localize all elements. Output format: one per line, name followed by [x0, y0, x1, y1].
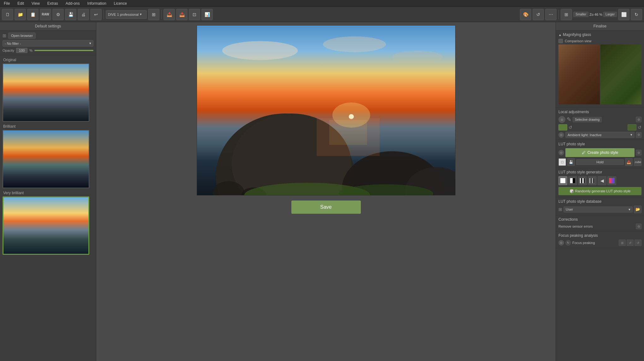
mag-right-panel	[600, 44, 642, 104]
very-brilliant-thumb[interactable]	[3, 196, 89, 255]
comparison-checkbox[interactable]	[558, 39, 563, 43]
lut-white-btn[interactable]: □	[558, 158, 566, 166]
menu-licence[interactable]: Licence	[113, 1, 128, 6]
lut-gen-title: LUT photo style generator	[558, 170, 641, 174]
opacity-input[interactable]	[16, 48, 27, 53]
original-thumb[interactable]	[3, 63, 89, 122]
lut-style-settings-icon[interactable]: ⚙	[636, 150, 641, 155]
lut-save-btn[interactable]: 💾	[567, 158, 575, 166]
zoom-larger-btn[interactable]: Larger	[603, 12, 617, 17]
magnifying-glass-title: ▲ Magnifying glass	[558, 32, 641, 37]
svg-point-4	[323, 37, 386, 52]
lut-db-title: LUT photo style database	[558, 199, 641, 204]
remove-sensor-btn[interactable]: Remove sensor errors	[558, 224, 593, 228]
lut-tools-row: □ 💾 Hold 📤 .cube	[558, 158, 641, 166]
gen-btn-gradient[interactable]	[607, 176, 616, 185]
right-sidebar: Finalise ▲ Magnifying glass Comparison v…	[556, 22, 644, 361]
save-btn[interactable]: 💾	[65, 9, 76, 20]
original-label: Original	[3, 58, 93, 62]
more-btn[interactable]: ⋯	[545, 9, 557, 20]
lut-export-btn[interactable]: 📤	[625, 158, 633, 166]
menu-file[interactable]: File	[3, 1, 11, 6]
histogram-btn[interactable]: 📊	[201, 9, 213, 20]
lut-style-icon: ⊙	[558, 150, 564, 155]
new-file-btn[interactable]: 🗋	[2, 9, 13, 20]
settings-btn[interactable]: ⚙	[52, 9, 64, 20]
import-btn[interactable]: 📥	[164, 9, 175, 20]
focus-label: Focus peaking	[572, 241, 617, 245]
lut-db-dropdown[interactable]: User ▾	[564, 207, 633, 213]
gen-btn-arrow[interactable]: ◀	[598, 176, 606, 185]
main-layout: Default settings ⊞ Open browser - No fil…	[0, 22, 644, 361]
open-browser-btn[interactable]: Open browser	[8, 32, 36, 39]
local-adj-settings-icon[interactable]: ⚙	[636, 117, 641, 122]
filter-dropdown[interactable]: - No filter - ▾	[3, 40, 93, 47]
save-button[interactable]: Save	[291, 201, 361, 214]
profile-settings-btn[interactable]: ⊞	[148, 9, 159, 20]
local-mask-btn1[interactable]	[558, 124, 567, 131]
svg-point-3	[222, 41, 297, 60]
refresh-btn[interactable]: ↺	[533, 9, 544, 20]
focus-refresh-icon[interactable]: ↻	[565, 240, 571, 246]
sep1	[104, 10, 104, 19]
gen-btn-2[interactable]	[568, 176, 577, 185]
print-btn[interactable]: 🖨	[78, 9, 89, 20]
focus-btn-1[interactable]: ⊞	[619, 240, 626, 246]
zoom-smaller-btn[interactable]: Smaller	[573, 12, 588, 17]
ambient-settings-icon[interactable]: ⚙	[636, 132, 641, 138]
refresh2-icon[interactable]: ↺	[638, 125, 641, 130]
random-lut-btn[interactable]: 🎲 Randomly generate LUT photo style	[558, 187, 641, 195]
fit-btn[interactable]: ⊞	[561, 9, 572, 20]
menu-information[interactable]: Information	[86, 1, 108, 6]
raw-btn[interactable]: RAW	[40, 9, 51, 20]
magnifying-glass-section: ▲ Magnifying glass Comparison view	[556, 31, 644, 108]
selective-drawing-btn[interactable]: Selective drawing	[573, 117, 602, 122]
redo-btn[interactable]: ↩	[90, 9, 102, 20]
browse-btn[interactable]: 📋	[27, 9, 39, 20]
local-adj-row1: ⊙ ✎ Selective drawing ⚙	[558, 116, 641, 123]
preview-list: Original Brilliant Very brilliant	[0, 55, 96, 361]
gen-btn-1[interactable]	[558, 176, 567, 185]
lut-db-row: ⊞ User ▾ 📂	[558, 206, 641, 213]
menu-view[interactable]: View	[30, 1, 41, 6]
ambient-dropdown[interactable]: Ambient light: Inactive ▾	[565, 132, 635, 138]
local-mask-btn2[interactable]	[628, 124, 636, 131]
preview-brilliant: Brilliant	[3, 124, 93, 188]
main-image	[197, 25, 456, 195]
zoom-fit-btn[interactable]: ⬜	[618, 9, 629, 20]
focus-peaking-section: Focus peaking analysis ⊙ ↻ Focus peaking…	[556, 231, 644, 248]
sep2	[161, 10, 162, 19]
rotate-btn[interactable]: ↻	[631, 9, 642, 20]
ambient-icon: ⊙	[558, 132, 564, 138]
open-browser-row: ⊞ Open browser	[3, 32, 93, 39]
color-btn[interactable]: 🎨	[520, 9, 531, 20]
corrections-row: Remove sensor errors ⚙	[558, 224, 641, 229]
focus-btn-2[interactable]: ↺	[627, 240, 634, 246]
local-adjustments-section: Local adjustments ⊙ ✎ Selective drawing …	[556, 108, 644, 140]
pencil-icon[interactable]: ✎	[567, 116, 571, 123]
focus-row: ⊙ ↻ Focus peaking ⊞ ↺ ↺	[558, 240, 641, 246]
folder-btn[interactable]: 📂	[634, 206, 641, 213]
export-btn[interactable]: 📤	[176, 9, 188, 20]
local-adj-title: Local adjustments	[558, 110, 641, 114]
open-btn[interactable]: 📁	[15, 9, 26, 20]
lut-hold-btn[interactable]: Hold	[576, 159, 624, 165]
menu-edit[interactable]: Edit	[16, 1, 25, 6]
focus-btn-3[interactable]: ↺	[635, 240, 641, 246]
compare-btn[interactable]: ⊡	[189, 9, 200, 20]
menu-addons[interactable]: Add-ons	[64, 1, 81, 6]
lut-cube-btn[interactable]: .cube	[634, 158, 641, 166]
svg-point-5	[392, 50, 443, 63]
menu-bar: File Edit View Extras Add-ons Informatio…	[0, 0, 644, 7]
profile-dropdown[interactable]: DIVE 1 professional ▾	[106, 10, 147, 19]
very-brilliant-label: Very brilliant	[3, 191, 93, 195]
corrections-settings-icon[interactable]: ⚙	[636, 224, 641, 229]
brilliant-thumb[interactable]	[3, 130, 89, 188]
create-photo-style-btn[interactable]: 🖊 Create photo style	[565, 148, 635, 157]
gen-btn-4[interactable]	[588, 176, 597, 185]
gen-btn-3[interactable]	[578, 176, 587, 185]
menu-extras[interactable]: Extras	[46, 1, 59, 6]
lut-generator-section: LUT photo style generator ◀	[556, 168, 644, 197]
refresh1-icon[interactable]: ↺	[569, 125, 572, 130]
opacity-slider[interactable]	[34, 50, 93, 51]
